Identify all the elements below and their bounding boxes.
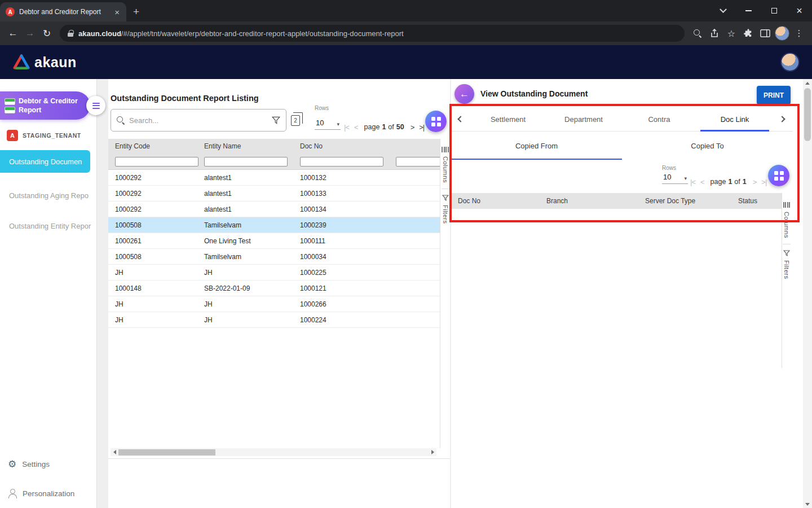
personalization-label: Personalization [23,489,74,498]
back-button[interactable]: ← [454,84,474,104]
tab-scroll-left-icon[interactable] [451,107,470,131]
last-page-icon[interactable]: >| [761,178,766,186]
columns-strip-button[interactable]: Columns [783,202,791,238]
tab-doc-link[interactable]: Doc Link [697,107,773,131]
share-icon[interactable] [706,25,723,42]
applet-banner[interactable]: Debtor & Creditor Report [0,91,90,120]
tab-settlement[interactable]: Settlement [470,107,546,131]
back-icon[interactable]: ← [5,25,21,42]
detail-title: View Outstanding Document [480,89,588,98]
rows-per-page-select[interactable]: 10▾ [315,119,341,130]
detail-tabbar: Settlement Department Contra Doc Link [451,107,793,132]
tab-scroll-right-icon[interactable] [773,107,792,131]
filter-entity-code-input[interactable] [115,157,198,167]
sidebar-item-outstanding-document[interactable]: Outstanding Documen [0,150,90,173]
browser-tabbar: A Debtor and Creditor Report × + × [0,0,812,21]
print-button[interactable]: PRINT [757,86,791,104]
tab-close-icon[interactable]: × [113,8,121,16]
tenant-label: STAGING_TENANT [23,132,81,139]
back-arrow-icon: ← [460,89,469,100]
table-row[interactable]: 1000261 One Living Test 1000111 [108,233,440,249]
personalization-button[interactable]: Personalization [8,489,74,498]
browser-menu-icon[interactable]: ⋮ [791,25,807,42]
browser-tab[interactable]: A Debtor and Creditor Report × [0,2,126,21]
next-page-icon[interactable]: > [753,178,757,186]
vscroll-thumb[interactable] [804,88,811,141]
new-tab-button[interactable]: + [133,6,139,17]
subtab-copied-from[interactable]: Copied From [451,132,622,160]
column-header-entity-code: Entity Code [108,142,204,150]
side-panel-icon[interactable] [757,25,774,42]
scroll-left-icon[interactable] [111,448,118,456]
filters-strip-button[interactable]: Filters [442,195,449,224]
next-page-icon[interactable]: > [411,123,414,132]
bookmark-star-icon[interactable]: ☆ [723,25,740,42]
sidebar-collapse-button[interactable] [86,96,105,115]
page-vertical-scrollbar[interactable] [803,79,812,508]
minimize-button[interactable] [736,0,761,21]
table-row[interactable]: JH JH 1000225 [108,265,440,281]
maximize-button[interactable] [761,0,787,21]
table-row[interactable]: JH JH 1000224 [108,312,440,328]
cell-entity-code: 1000508 [108,221,204,229]
table-row[interactable]: 1000508 Tamilselvam 1000239 [108,217,440,233]
rows-per-page-label: Rows [315,105,329,111]
previous-page-icon[interactable]: < [354,123,358,132]
cell-doc-no: 1000266 [300,300,396,308]
table-row[interactable]: 1000292 alantest1 1000133 [108,186,440,202]
sidebar-item-outstanding-entity-report[interactable]: Outstanding Entity Repor [0,214,97,237]
search-input[interactable] [129,116,267,125]
first-page-icon[interactable]: |< [690,178,695,186]
window-close-button[interactable]: × [787,0,812,21]
rows-per-page-select[interactable]: 10▾ [662,173,688,184]
cell-entity-code: 1000508 [108,253,204,261]
last-page-icon[interactable]: >| [419,123,424,132]
settings-button[interactable]: ⚙ Settings [8,458,50,470]
table-row[interactable]: 1000292 alantest1 1000132 [108,170,440,186]
cell-entity-name: One Living Test [204,237,300,245]
cell-entity-name: JH [204,269,300,277]
hscroll-track[interactable] [118,448,429,456]
detail-pagination: |< < page1of1 > >| [690,177,766,186]
column-header-server-doc-type: Server Doc Type [645,197,738,205]
filter-entity-name-input[interactable] [204,157,288,167]
filter-extra-input[interactable] [396,157,440,167]
sidebar-item-outstanding-aging-report[interactable]: Outstanding Aging Repo [0,184,97,207]
cell-doc-no: 1000132 [300,174,396,182]
filters-strip-button[interactable]: Filters [783,250,790,279]
address-bar[interactable]: akaun.cloud/#/applet/tnt/wavelet/erp/deb… [60,25,685,42]
tab-title: Debtor and Creditor Report [19,8,109,16]
scroll-right-icon[interactable] [429,448,436,456]
grid-view-button[interactable] [425,111,447,132]
tab-contra[interactable]: Contra [621,107,697,131]
forward-icon[interactable]: → [21,25,38,42]
zoom-icon[interactable] [689,25,706,42]
hscroll-thumb[interactable] [118,449,215,456]
table-body: 1000292 alantest1 1000132 1000292 alante… [108,170,440,328]
browser-profile-avatar[interactable] [774,25,791,42]
table-row[interactable]: 1000292 alantest1 1000134 [108,202,440,217]
filter-doc-no-input[interactable] [300,157,383,167]
brand-triangle-icon [12,54,30,70]
filter-icon[interactable] [272,116,280,124]
cell-entity-code: 1000292 [108,190,204,198]
tab-department[interactable]: Department [546,107,621,131]
scroll-up-icon[interactable] [803,79,812,87]
table-row[interactable]: 1000508 Tamilselvam 1000034 [108,249,440,265]
user-avatar[interactable] [780,52,800,72]
reload-icon[interactable]: ↻ [38,25,55,42]
page-indicator: page1of50 [363,123,405,131]
horizontal-scrollbar[interactable] [111,448,436,456]
columns-strip-button[interactable]: Columns [442,147,449,183]
tab-search-chevron-icon[interactable] [710,0,736,21]
copy-icon[interactable]: 2 [291,115,300,126]
scroll-down-icon[interactable] [803,500,812,508]
previous-page-icon[interactable]: < [700,178,704,186]
grid-view-button[interactable] [768,165,789,186]
cell-entity-name: JH [204,300,300,308]
extensions-puzzle-icon[interactable] [740,25,757,42]
table-row[interactable]: JH JH 1000266 [108,296,440,312]
table-row[interactable]: 1000148 SB-2022-01-09 1000121 [108,281,440,296]
subtab-copied-to[interactable]: Copied To [622,132,793,160]
first-page-icon[interactable]: |< [344,123,349,132]
